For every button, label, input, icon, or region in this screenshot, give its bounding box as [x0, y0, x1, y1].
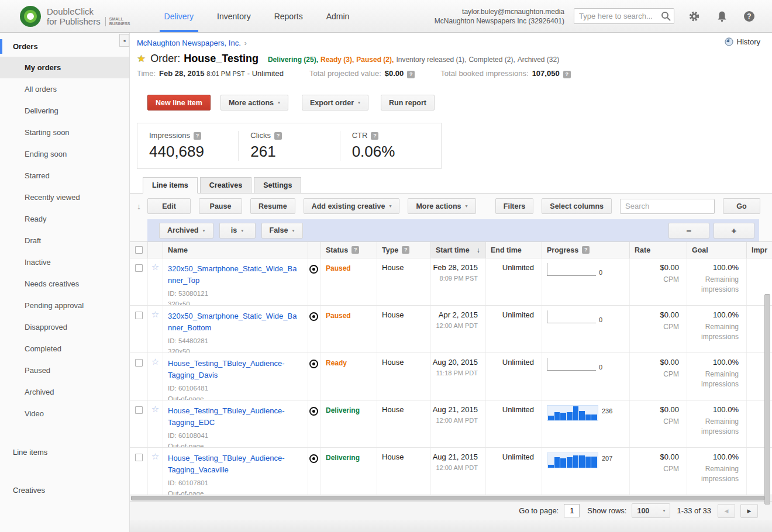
tab-settings[interactable]: Settings: [254, 177, 301, 194]
column-header-goal[interactable]: Goal: [687, 242, 746, 258]
column-header-start-time[interactable]: Start time↓: [430, 242, 485, 258]
row-checkbox[interactable]: [135, 264, 143, 272]
column-header-end-time[interactable]: End time: [485, 242, 542, 258]
sidebar-item-inactive[interactable]: Inactive: [0, 251, 129, 273]
watch-icon[interactable]: [309, 312, 318, 321]
tab-line-items[interactable]: Line items: [143, 177, 198, 194]
sidebar-item-completed[interactable]: Completed: [0, 338, 129, 360]
tab-creatives[interactable]: Creatives: [200, 177, 251, 194]
star-icon[interactable]: ☆: [151, 451, 159, 461]
spark-bar: [567, 412, 573, 420]
sidebar-section-orders[interactable]: Orders: [0, 36, 129, 57]
rate-unit: CPM: [630, 417, 679, 427]
sidebar-item-draft[interactable]: Draft: [0, 230, 129, 251]
line-item-name-link[interactable]: House_Testing_TBuley_Audience-Tagging_Da…: [168, 358, 301, 381]
nav-tab-admin[interactable]: Admin: [326, 0, 350, 32]
sidebar-section-line-items[interactable]: Line items: [0, 442, 129, 462]
next-page-button[interactable]: ▶: [740, 504, 758, 518]
status-help-icon[interactable]: ?: [351, 246, 359, 254]
column-header-rate[interactable]: Rate: [629, 242, 687, 258]
row-checkbox[interactable]: [135, 359, 143, 367]
add-filter-button[interactable]: +: [714, 223, 754, 239]
column-header-type[interactable]: Type?: [377, 242, 430, 258]
booked-help-icon[interactable]: ?: [563, 71, 571, 78]
star-icon[interactable]: ☆: [151, 309, 159, 319]
filter-operator-dropdown[interactable]: is▾: [219, 223, 256, 239]
column-header-status[interactable]: Status?: [320, 242, 377, 258]
vertical-scrollbar-thumb[interactable]: [764, 294, 770, 505]
select-columns-button[interactable]: Select columns: [542, 198, 612, 214]
breadcrumb-link-advertiser[interactable]: McNaughton Newspapers, Inc.: [137, 39, 241, 47]
sidebar-item-delivering[interactable]: Delivering: [0, 100, 129, 122]
horizontal-scrollbar-thumb[interactable]: [131, 496, 764, 500]
page-number-input[interactable]: [564, 504, 580, 517]
sidebar-item-video[interactable]: Video: [0, 403, 129, 424]
select-all-checkbox[interactable]: [135, 246, 143, 254]
stat-help-icon[interactable]: ?: [274, 132, 282, 140]
star-icon[interactable]: ☆: [151, 357, 159, 367]
previous-page-button[interactable]: ◀: [718, 504, 735, 518]
search-icon[interactable]: [661, 11, 671, 21]
line-item-name-link[interactable]: House_Testing_TBuley_Audience-Tagging_Va…: [168, 452, 301, 476]
more-actions-button[interactable]: More actions▾: [220, 95, 288, 110]
column-header-name[interactable]: Name: [163, 242, 308, 258]
type-help-icon[interactable]: ?: [402, 246, 409, 254]
go-button[interactable]: Go: [723, 198, 760, 214]
sidebar-section-creatives[interactable]: Creatives: [0, 480, 129, 500]
pause-button[interactable]: Pause: [199, 198, 242, 214]
sidebar-item-ready[interactable]: Ready: [0, 208, 129, 230]
bell-icon[interactable]: [716, 11, 728, 22]
watch-icon[interactable]: [309, 265, 318, 274]
watch-icon[interactable]: [309, 454, 318, 463]
sidebar-item-starting-soon[interactable]: Starting soon: [0, 122, 129, 143]
sidebar-item-my-orders[interactable]: My orders: [0, 57, 129, 78]
line-item-name-link[interactable]: House_Testing_TBuley_Audience-Tagging_ED…: [168, 405, 301, 429]
nav-tab-reports[interactable]: Reports: [274, 0, 303, 32]
new-line-item-button[interactable]: New line item: [147, 95, 211, 110]
sidebar-item-ending-soon[interactable]: Ending soon: [0, 143, 129, 165]
sidebar-item-paused[interactable]: Paused: [0, 360, 129, 381]
star-icon[interactable]: ☆: [151, 262, 159, 272]
sidebar-item-archived[interactable]: Archived: [0, 381, 129, 403]
sidebar-item-needs-creatives[interactable]: Needs creatives: [0, 273, 129, 295]
row-checkbox[interactable]: [135, 312, 143, 319]
sidebar-item-recently-viewed[interactable]: Recently viewed: [0, 186, 129, 208]
filter-field-dropdown[interactable]: Archived▾: [159, 223, 213, 239]
progress-help-icon[interactable]: ?: [582, 246, 590, 254]
gear-icon[interactable]: [688, 11, 700, 22]
export-order-button[interactable]: Export order▾: [302, 95, 368, 110]
watch-icon[interactable]: [309, 407, 318, 416]
stat-help-icon[interactable]: ?: [194, 132, 201, 140]
row-checkbox[interactable]: [135, 406, 143, 414]
filter-value-dropdown[interactable]: False▾: [261, 223, 303, 239]
history-button[interactable]: History: [725, 37, 760, 46]
edit-button[interactable]: Edit: [147, 198, 191, 214]
remove-filter-button[interactable]: −: [668, 223, 709, 239]
sidebar-item-all-orders[interactable]: All orders: [0, 78, 129, 100]
nav-tab-inventory[interactable]: Inventory: [217, 0, 251, 32]
run-report-button[interactable]: Run report: [381, 95, 435, 110]
column-header-impressions[interactable]: Impr: [746, 242, 772, 258]
order-star-icon[interactable]: ★: [137, 53, 146, 65]
star-icon[interactable]: ☆: [151, 404, 159, 414]
sidebar-item-starred[interactable]: Starred: [0, 165, 129, 186]
column-header-progress[interactable]: Progress?: [542, 242, 629, 258]
sidebar-item-disapproved[interactable]: Disapproved: [0, 316, 129, 338]
toolbar-more-actions-button[interactable]: More actions▾: [408, 198, 475, 214]
line-items-search-input[interactable]: [620, 199, 715, 214]
line-item-name-link[interactable]: 320x50_Smartphone_Static_Wide_Banner_Bot…: [168, 310, 301, 334]
row-checkbox[interactable]: [135, 454, 143, 461]
filters-button[interactable]: Filters: [495, 198, 534, 214]
help-icon[interactable]: ?: [744, 11, 754, 22]
watch-icon[interactable]: [309, 360, 318, 368]
add-existing-creative-button[interactable]: Add existing creative▾: [304, 198, 400, 214]
stat-help-icon[interactable]: ?: [371, 132, 378, 140]
line-item-size: Out-of-page: [168, 395, 301, 400]
global-search-input[interactable]: [574, 8, 674, 24]
line-item-name-link[interactable]: 320x50_Smartphone_Static_Wide_Banner_Top: [168, 263, 301, 286]
resume-button[interactable]: Resume: [250, 198, 295, 214]
show-rows-dropdown[interactable]: 100▾: [632, 503, 670, 518]
sidebar-item-pending-approval[interactable]: Pending approval: [0, 295, 129, 316]
projected-help-icon[interactable]: ?: [407, 71, 415, 78]
nav-tab-delivery[interactable]: Delivery: [164, 0, 194, 32]
